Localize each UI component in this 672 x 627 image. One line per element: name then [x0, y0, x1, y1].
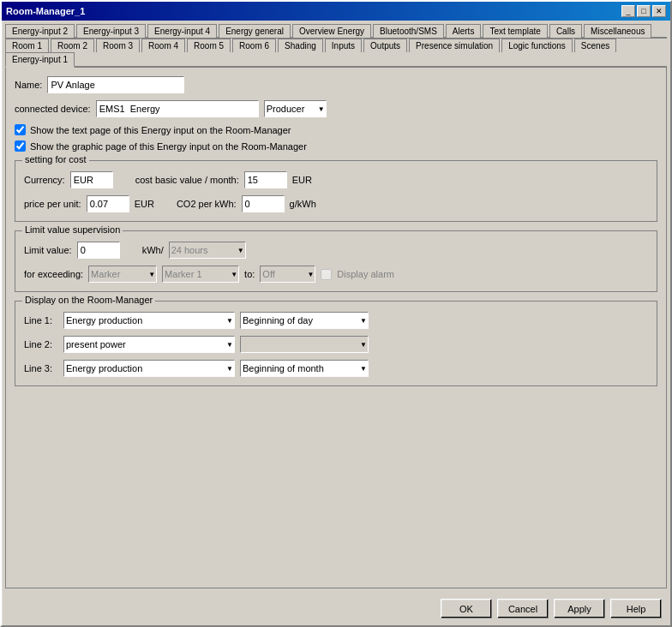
- show-text-page-label: Show the text page of this Energy input …: [30, 125, 291, 135]
- cost-basic-label: cost basic value / month:: [135, 175, 239, 185]
- line2-select[interactable]: Energy production present power Energy c…: [63, 336, 235, 353]
- line1-period-select-wrapper: Beginning of day Beginning of month Begi…: [240, 312, 369, 329]
- display-room-manager-inner: Line 1: Energy production present power …: [24, 312, 648, 379]
- line2-period-select-wrapper: [240, 336, 369, 353]
- tab-scenes[interactable]: Scenes: [574, 39, 616, 52]
- tab-bluetooth-sms[interactable]: Bluetooth/SMS: [373, 24, 444, 38]
- apply-button[interactable]: Apply: [554, 599, 605, 618]
- line1-row: Line 1: Energy production present power …: [24, 312, 648, 329]
- line1-label: Line 1:: [24, 315, 58, 325]
- for-exceeding-label: for exceeding:: [24, 269, 83, 279]
- ok-button[interactable]: OK: [441, 599, 492, 618]
- tab-panel-energy-input-1: Name: connected device: Producer Consume…: [5, 68, 667, 588]
- for-exceeding-row: for exceeding: Marker Marker 1 to:: [24, 266, 648, 283]
- line2-row: Line 2: Energy production present power …: [24, 336, 648, 353]
- tab-calls[interactable]: Calls: [549, 24, 582, 38]
- window-content: Energy-input 2 Energy-input 3 Energy-inp…: [2, 21, 670, 592]
- tab-energy-input-4[interactable]: Energy-input 4: [147, 24, 217, 38]
- line3-row: Line 3: Energy production present power …: [24, 360, 648, 377]
- name-input[interactable]: [47, 76, 184, 93]
- connected-device-input[interactable]: [96, 100, 259, 117]
- to-label: to:: [244, 269, 255, 279]
- tab-logic-functions[interactable]: Logic functions: [501, 39, 573, 52]
- tab-energy-general[interactable]: Energy general: [219, 24, 291, 38]
- co2-input[interactable]: [242, 195, 285, 212]
- time-select-wrapper: 24 hours: [169, 242, 246, 259]
- help-button[interactable]: Help: [610, 599, 662, 618]
- tab-overview-energy[interactable]: Overview Energy: [292, 24, 371, 38]
- maximize-button[interactable]: □: [637, 5, 651, 17]
- off-select-wrapper: Off: [260, 266, 315, 283]
- line1-select[interactable]: Energy production present power Energy c…: [63, 312, 235, 329]
- tab-room4[interactable]: Room 4: [141, 39, 185, 52]
- limit-value-group: Limit value supervision Limit value: kWh…: [15, 230, 657, 292]
- tabs-row-1: Energy-input 2 Energy-input 3 Energy-inp…: [5, 24, 667, 39]
- tab-inputs[interactable]: Inputs: [325, 39, 362, 52]
- limit-value-label: Limit value:: [24, 245, 72, 255]
- name-row: Name:: [15, 76, 657, 93]
- tab-alerts[interactable]: Alerts: [446, 24, 482, 38]
- show-text-page-checkbox[interactable]: [15, 124, 26, 135]
- limit-value-input[interactable]: [77, 242, 120, 259]
- bottom-buttons: OK Cancel Apply Help: [2, 592, 670, 625]
- device-type-select-wrapper: Producer Consumer: [264, 100, 327, 117]
- main-window: Room-Manager_1 _ □ ✕ Energy-input 2 Ener…: [0, 0, 672, 627]
- marker1-select[interactable]: Marker 1: [162, 266, 239, 283]
- display-alarm-checkbox[interactable]: [321, 269, 332, 280]
- limit-value-row: Limit value: kWh/ 24 hours: [24, 242, 648, 259]
- line1-period-select[interactable]: Beginning of day Beginning of month Begi…: [240, 312, 369, 329]
- tab-room3[interactable]: Room 3: [96, 39, 140, 52]
- name-label: Name:: [15, 80, 42, 90]
- tab-energy-input-3[interactable]: Energy-input 3: [76, 24, 146, 38]
- line2-period-select[interactable]: [240, 336, 369, 353]
- price-per-unit-input[interactable]: [87, 195, 129, 212]
- window-title: Room-Manager_1: [6, 6, 85, 16]
- close-button[interactable]: ✕: [652, 5, 666, 17]
- co2-label: CO2 per kWh:: [177, 199, 237, 209]
- connected-device-label: connected device:: [15, 104, 91, 114]
- line3-select[interactable]: Energy production present power Energy c…: [63, 360, 235, 377]
- tab-outputs[interactable]: Outputs: [363, 39, 407, 52]
- display-alarm-label: Display alarm: [337, 269, 394, 279]
- tab-miscellaneous[interactable]: Miscellaneous: [584, 24, 651, 38]
- tab-energy-input-2[interactable]: Energy-input 2: [5, 24, 75, 38]
- line3-period-select[interactable]: Beginning of day Beginning of month Begi…: [240, 360, 369, 377]
- line3-period-select-wrapper: Beginning of day Beginning of month Begi…: [240, 360, 369, 377]
- marker-select-wrapper: Marker: [88, 266, 157, 283]
- tab-room2[interactable]: Room 2: [51, 39, 94, 52]
- currency-input[interactable]: [70, 171, 113, 188]
- off-select[interactable]: Off: [260, 266, 315, 283]
- line1-select-wrapper: Energy production present power Energy c…: [63, 312, 235, 329]
- connected-device-row: connected device: Producer Consumer: [15, 100, 657, 117]
- cost-basic-input[interactable]: [244, 171, 287, 188]
- display-room-manager-title: Display on the Room-Manager: [22, 295, 155, 305]
- price-unit: EUR: [135, 199, 154, 209]
- tab-room1[interactable]: Room 1: [5, 39, 49, 52]
- minimize-button[interactable]: _: [621, 5, 635, 17]
- marker1-select-wrapper: Marker 1: [162, 266, 239, 283]
- limit-value-inner: Limit value: kWh/ 24 hours for exceeding…: [24, 242, 648, 284]
- setting-for-cost-inner: Currency: cost basic value / month: EUR …: [24, 171, 648, 214]
- title-bar: Room-Manager_1 _ □ ✕: [2, 2, 670, 21]
- tab-shading[interactable]: Shading: [278, 39, 323, 52]
- tab-room5[interactable]: Room 5: [187, 39, 231, 52]
- currency-label: Currency:: [24, 175, 65, 185]
- co2-unit: g/kWh: [290, 199, 316, 209]
- time-select[interactable]: 24 hours: [169, 242, 246, 259]
- title-bar-controls: _ □ ✕: [621, 5, 666, 17]
- tab-presence-simulation[interactable]: Presence simulation: [409, 39, 500, 52]
- marker-select[interactable]: Marker: [88, 266, 157, 283]
- line3-label: Line 3:: [24, 363, 58, 373]
- show-graphic-page-checkbox[interactable]: [15, 140, 26, 152]
- checkbox1-row: Show the text page of this Energy input …: [15, 124, 657, 135]
- display-room-manager-group: Display on the Room-Manager Line 1: Ener…: [15, 301, 657, 386]
- line3-select-wrapper: Energy production present power Energy c…: [63, 360, 235, 377]
- tab-room6[interactable]: Room 6: [232, 39, 276, 52]
- tab-energy-input-1[interactable]: Energy-input 1: [5, 52, 75, 68]
- device-type-select[interactable]: Producer Consumer: [264, 100, 327, 117]
- tabs-row-2: Room 1 Room 2 Room 3 Room 4 Room 5 Room …: [5, 39, 667, 68]
- cancel-button[interactable]: Cancel: [497, 599, 549, 618]
- setting-for-cost-title: setting for cost: [22, 154, 89, 164]
- price-per-unit-label: price per unit:: [24, 199, 81, 209]
- tab-text-template[interactable]: Text template: [483, 24, 547, 38]
